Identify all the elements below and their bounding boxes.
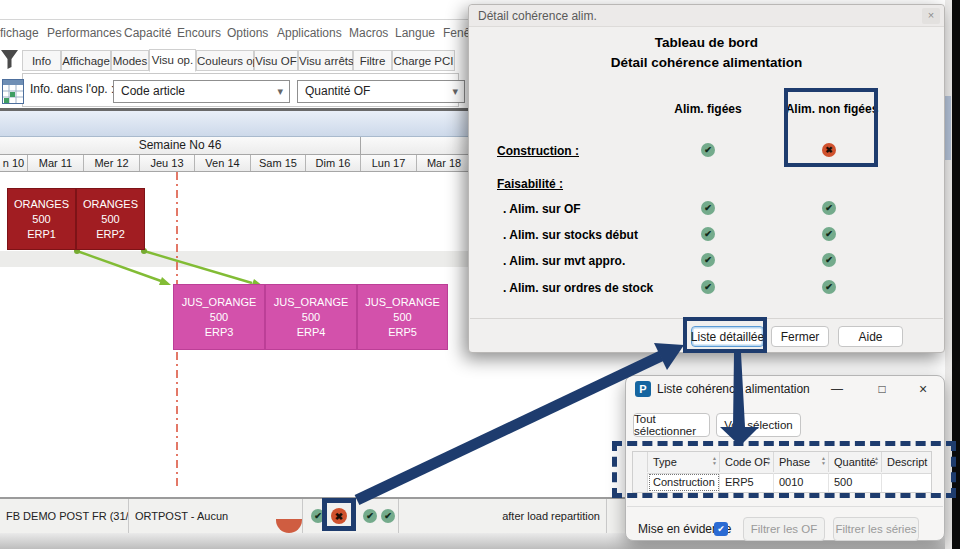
- bar-qty: 500: [32, 212, 50, 227]
- sort-arrows-icon[interactable]: [821, 456, 826, 466]
- check-icon: [701, 227, 715, 241]
- bar-code: ERP2: [96, 227, 125, 242]
- table-row[interactable]: Construction ERP5 0010 500: [633, 473, 931, 493]
- cell-type[interactable]: Construction: [648, 473, 720, 492]
- link-arrow-erp1-erp3: [77, 251, 161, 281]
- dialog-title-bar[interactable]: Détail cohérence alim.: [469, 5, 944, 27]
- dashboard-title: Tableau de bord: [469, 35, 944, 50]
- main-scrollbar-thumb[interactable]: [945, 96, 951, 160]
- table-header-row: Type Code OF Phase Quantité Descript: [633, 452, 931, 474]
- gantt-bar-jus-orange-erp4[interactable]: JUS_ORANGE 500 ERP4: [265, 284, 357, 350]
- link-arrow-erp2-erp4: [144, 251, 252, 283]
- header-label: Code OF: [725, 456, 770, 468]
- check-icon: [701, 280, 715, 294]
- check-icon: [822, 227, 836, 241]
- dialog-footer-separator: [470, 318, 943, 319]
- row-label-alim-sur-of: . Alim. sur OF: [503, 202, 581, 216]
- sort-arrows-icon[interactable]: [766, 456, 771, 466]
- maximize-icon[interactable]: □: [871, 380, 893, 398]
- header-descript[interactable]: Descript: [882, 452, 932, 472]
- row-label-faisabilite: Faisabilité :: [497, 177, 563, 191]
- main-scrollbar-track: [945, 0, 952, 549]
- row-label-construction: Construction :: [497, 144, 579, 158]
- check-icon: [701, 253, 715, 267]
- bar-qty: 500: [101, 212, 119, 227]
- bar-article: ORANGES: [14, 197, 69, 212]
- bar-qty: 500: [393, 310, 411, 325]
- row-selector-header: [633, 452, 648, 472]
- bar-code: ERP5: [388, 325, 417, 340]
- cell-code-of[interactable]: ERP5: [720, 473, 774, 492]
- bar-article: JUS_ORANGE: [365, 295, 440, 310]
- header-quantite[interactable]: Quantité: [829, 452, 882, 472]
- window-title-bar[interactable]: P Liste cohérence alimentation — □ ×: [626, 376, 944, 402]
- dialog-detail-coherence: Détail cohérence alim. × Tableau de bord…: [468, 4, 945, 353]
- voir-selection-button[interactable]: Voir sélection: [716, 413, 801, 437]
- close-icon[interactable]: ×: [912, 380, 934, 398]
- bar-qty: 500: [210, 310, 228, 325]
- header-code-of[interactable]: Code OF: [720, 452, 774, 472]
- fermer-button[interactable]: Fermer: [771, 326, 829, 347]
- row-label-alim-ordres-stock: . Alim. sur ordres de stock: [503, 281, 653, 295]
- window-liste-coherence: P Liste cohérence alimentation — □ × Tou…: [625, 375, 945, 541]
- header-phase[interactable]: Phase: [774, 452, 829, 472]
- check-icon: [822, 253, 836, 267]
- sort-arrows-icon[interactable]: [712, 456, 717, 466]
- bar-code: ERP4: [297, 325, 326, 340]
- check-icon: [701, 143, 715, 157]
- footer-separator: [627, 506, 943, 507]
- bar-article: ORANGES: [83, 197, 138, 212]
- aide-button[interactable]: Aide: [838, 326, 903, 347]
- bar-article: JUS_ORANGE: [274, 295, 349, 310]
- column-header-alim-figees: Alim. figées: [648, 102, 768, 116]
- header-label: Quantité: [834, 456, 876, 468]
- cell-descript[interactable]: [882, 473, 932, 492]
- tout-selectionner-button[interactable]: Tout sélectionner: [633, 413, 710, 437]
- liste-detaillee-button[interactable]: Liste détaillée: [691, 326, 764, 347]
- screen: fichage Performances Capacité Encours Op…: [0, 0, 960, 549]
- check-icon: [701, 201, 715, 215]
- gantt-bar-jus-orange-erp5[interactable]: JUS_ORANGE 500 ERP5: [357, 284, 448, 350]
- sort-arrows-icon[interactable]: [874, 456, 879, 466]
- check-icon: [822, 280, 836, 294]
- bar-qty: 500: [302, 310, 320, 325]
- filtrer-les-series-button[interactable]: Filtrer les séries: [833, 517, 919, 541]
- row-label-alim-stocks-debut: . Alim. sur stocks début: [503, 228, 638, 242]
- bar-code: ERP3: [205, 325, 234, 340]
- cross-icon: [822, 143, 836, 157]
- window-title: Liste cohérence alimentation: [657, 382, 810, 396]
- minimize-icon[interactable]: —: [826, 380, 848, 398]
- dashboard-subtitle: Détail cohérence alimentation: [469, 55, 944, 70]
- row-selector-cell[interactable]: [633, 473, 648, 492]
- bar-article: JUS_ORANGE: [182, 295, 257, 310]
- header-label: Phase: [779, 456, 810, 468]
- app-p-icon: P: [635, 381, 651, 397]
- header-label: Descript: [887, 456, 927, 468]
- mise-en-evidence-checkbox[interactable]: [714, 522, 728, 536]
- header-type[interactable]: Type: [648, 452, 720, 472]
- close-icon[interactable]: ×: [922, 8, 940, 24]
- link-arrowhead-icon: [159, 277, 171, 285]
- screen-right-edge: [952, 0, 960, 549]
- column-header-alim-non-figees: Alim. non figées: [774, 102, 890, 116]
- filtrer-les-of-button[interactable]: Filtrer les OF: [743, 517, 825, 541]
- coherence-table: Type Code OF Phase Quantité Descript Con…: [632, 451, 932, 493]
- gantt-bar-oranges-erp1[interactable]: ORANGES 500 ERP1: [7, 188, 76, 250]
- gantt-bar-jus-orange-erp3[interactable]: JUS_ORANGE 500 ERP3: [173, 284, 265, 350]
- tab-visu-op[interactable]: Visu op.: [149, 49, 196, 72]
- check-icon: [822, 201, 836, 215]
- header-label: Type: [653, 456, 677, 468]
- gantt-bar-oranges-erp2[interactable]: ORANGES 500 ERP2: [76, 188, 145, 250]
- cell-quantite[interactable]: 500: [829, 473, 882, 492]
- bar-code: ERP1: [27, 227, 56, 242]
- cell-phase[interactable]: 0010: [774, 473, 829, 492]
- row-label-alim-mvt-appro: . Alim. sur mvt appro.: [503, 254, 625, 268]
